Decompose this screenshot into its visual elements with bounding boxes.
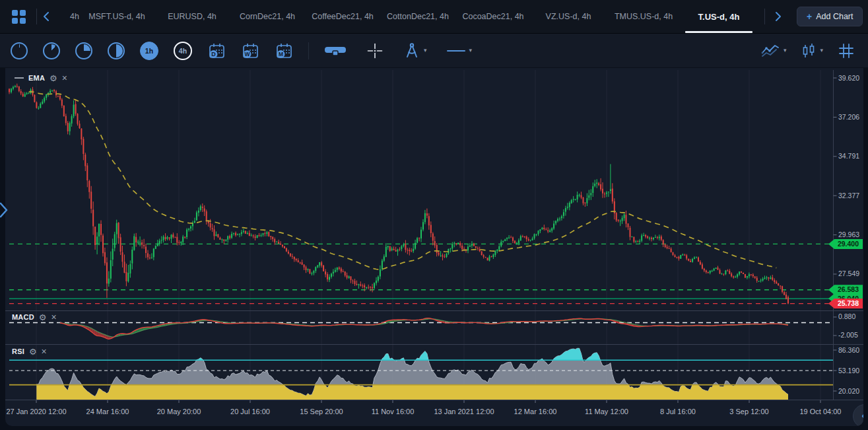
price-axis-label: 34.791: [838, 152, 859, 160]
ema-legend-label: EMA: [28, 74, 45, 82]
time-axis-label: 15 Sep 20:00: [300, 408, 343, 415]
tab-corndec21-4h[interactable]: CornDec21, 4h: [230, 0, 305, 33]
rsi-remove-icon[interactable]: ×: [42, 347, 47, 356]
indicators-icon: [760, 43, 780, 59]
macd-signal-line: [60, 319, 788, 337]
chart-card: 27 Jan 2020 12:0024 Mar 16:0020 May 20:0…: [5, 68, 863, 426]
macd-settings-gear-icon[interactable]: ⚙: [39, 313, 47, 322]
chart-type-button[interactable]: ▾: [801, 42, 823, 59]
calendar-day-icon: D: [207, 42, 226, 60]
up-candle-wicks: [11, 85, 770, 290]
rsi-legend-label: RSI: [12, 347, 24, 355]
pie-sliver-icon: [11, 42, 28, 59]
line-sample-icon: [446, 47, 466, 55]
macd-remove-icon[interactable]: ×: [51, 312, 56, 322]
down-candle-bodies: [9, 86, 789, 303]
pie-half-icon: [108, 42, 125, 59]
drawing-tools-button[interactable]: ▾: [403, 42, 427, 59]
calendar-week-icon: W: [241, 42, 259, 60]
clock-1h-icon: 1h: [140, 42, 158, 60]
pie-small-wedge-icon: [43, 42, 60, 59]
pie-quarter-icon: [75, 42, 92, 59]
macd-legend: MACD ⚙ ×: [12, 312, 57, 322]
price-axis-label: 0.880: [838, 312, 855, 320]
caret-down-icon: ▾: [469, 48, 473, 54]
timeframe-15m-button[interactable]: [75, 42, 92, 59]
tab-vz-us-d-4h[interactable]: VZ.US-d, 4h: [531, 0, 606, 33]
compass-icon: [403, 42, 420, 59]
timeframe-daily-button[interactable]: D: [207, 42, 226, 60]
timeframe-30m-button[interactable]: [108, 42, 125, 59]
timeframe-1m-button[interactable]: [11, 42, 28, 59]
price-axis-label: 32.377: [838, 192, 859, 199]
caret-down-icon: ▾: [424, 48, 427, 54]
tabs-scroll-left-button[interactable]: [37, 5, 55, 28]
tab-eurusd-4h[interactable]: EURUSD, 4h: [154, 0, 230, 33]
range-slider-icon: [324, 44, 347, 58]
tab-4h[interactable]: 4h: [55, 0, 79, 33]
indicators-button[interactable]: ▾: [760, 43, 787, 59]
add-chart-label: Add Chart: [816, 12, 853, 21]
toolbar: 1h 4h D W: [0, 34, 868, 67]
tab-bar: 4hMSFT.US-d, 4hEURUSD, 4hCornDec21, 4hCo…: [0, 0, 868, 34]
crosshair-tool-button[interactable]: [367, 43, 383, 59]
time-axis-label: 3 Sep 12:00: [729, 408, 768, 415]
svg-text:M: M: [279, 51, 283, 57]
time-gridlines: [36, 70, 820, 400]
time-axis-label: 20 May 20:00: [157, 408, 201, 415]
timeframe-1h-button[interactable]: 1h: [140, 42, 158, 60]
tabs-scroll-right-button[interactable]: [769, 5, 787, 28]
clock-4h-active-icon: 4h: [174, 42, 192, 60]
trading-app: { "tabbar": { "tabs": [ {"label": "4h", …: [0, 0, 868, 430]
time-axis-label: 27 Jan 2020 12:00: [6, 408, 66, 415]
ema-line-swatch: [15, 77, 24, 79]
svg-text:26.583: 26.583: [838, 285, 859, 293]
plus-icon: +: [807, 12, 812, 21]
timeframe-monthly-button[interactable]: M: [275, 42, 293, 60]
svg-text:D: D: [211, 51, 216, 57]
tab-msft-us-d-4h[interactable]: MSFT.US-d, 4h: [79, 0, 154, 33]
time-axis-label: 19 Oct 04:00: [800, 408, 842, 415]
price-axis-label: 53.190: [838, 367, 859, 375]
ema-remove-icon[interactable]: ×: [62, 73, 67, 83]
ema-line[interactable]: [29, 92, 777, 269]
layout-grid-icon[interactable]: [12, 10, 26, 24]
price-axis-label: 39.620: [838, 74, 859, 82]
time-axis-label: 24 Mar 16:00: [86, 408, 129, 415]
tab-t-us-d-4h[interactable]: T.US-d, 4h: [681, 0, 756, 33]
rsi-settings-gear-icon[interactable]: ⚙: [29, 347, 37, 356]
tab-coffeedec21-4h[interactable]: CoffeeDec21, 4h: [305, 0, 380, 33]
expand-sidebar-button[interactable]: [0, 201, 9, 221]
tabbar-divider-right: [764, 9, 765, 24]
tab-cottondec21-4h[interactable]: CottonDec21, 4h: [380, 0, 455, 33]
ema-settings-gear-icon[interactable]: ⚙: [50, 74, 57, 83]
chart-canvas[interactable]: 27 Jan 2020 12:0024 Mar 16:0020 May 20:0…: [5, 68, 863, 426]
price-axis-label: 29.963: [838, 231, 859, 238]
timeframe-group: 1h 4h D W: [11, 42, 472, 60]
chart-settings-group: ▾ ▾: [760, 42, 855, 59]
tab-tmus-us-d-4h[interactable]: TMUS.US-d, 4h: [606, 0, 681, 33]
time-axis-label: 12 Mar 16:00: [514, 408, 557, 415]
svg-text:25.738: 25.738: [838, 299, 859, 307]
grid-settings-button[interactable]: [838, 42, 855, 59]
down-candle-wicks: [9, 84, 788, 305]
ema-legend: EMA ⚙ ×: [15, 73, 67, 83]
line-style-button[interactable]: ▾: [446, 47, 473, 55]
timeframe-weekly-button[interactable]: W: [241, 42, 259, 60]
candlestick-series: [9, 84, 789, 305]
timeframe-4h-button[interactable]: 4h: [174, 42, 192, 60]
price-axis-label: 86.360: [838, 346, 859, 354]
range-tool-button[interactable]: [324, 44, 347, 58]
chevron-right-icon: [775, 11, 782, 22]
caret-down-icon: ▾: [784, 48, 787, 54]
timeframe-5m-button[interactable]: [43, 42, 60, 59]
price-axis-label: -2.005: [838, 331, 858, 339]
toolbar-divider: [308, 42, 309, 59]
time-axis-label: 11 Nov 16:00: [372, 408, 415, 415]
svg-text:W: W: [244, 51, 250, 57]
tab-cocoadec21-4h[interactable]: CocoaDec21, 4h: [455, 0, 531, 33]
price-axis-label: 37.206: [838, 113, 859, 121]
candlestick-chart-icon: [801, 42, 817, 59]
svg-text:29.400: 29.400: [838, 240, 859, 248]
add-chart-button[interactable]: + Add Chart: [797, 7, 863, 26]
